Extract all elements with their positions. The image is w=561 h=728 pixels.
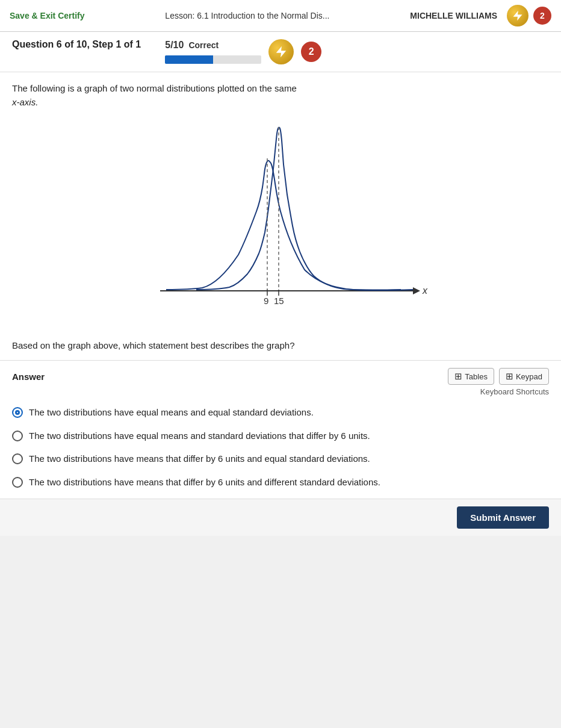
tables-icon: ⊞ bbox=[454, 371, 462, 382]
svg-marker-1 bbox=[413, 287, 420, 294]
radio-1[interactable] bbox=[12, 407, 23, 418]
lesson-title: Lesson: 6.1 Introduction to the Normal D… bbox=[95, 11, 401, 20]
answer-header: Answer ⊞ Tables ⊞ Keypad bbox=[12, 368, 549, 385]
progress-bar bbox=[165, 55, 261, 64]
top-bar-icons: 2 bbox=[507, 5, 551, 26]
tables-label: Tables bbox=[465, 372, 488, 381]
question-header: Question 6 of 10, Step 1 of 1 5/10 Corre… bbox=[0, 32, 561, 72]
answer-label: Answer bbox=[12, 372, 45, 382]
svg-text:9: 9 bbox=[264, 296, 268, 306]
score-text: 5/10 bbox=[165, 40, 184, 51]
option-2[interactable]: The two distributions have equal means a… bbox=[12, 429, 549, 443]
keypad-button[interactable]: ⊞ Keypad bbox=[499, 368, 549, 385]
top-red-badge: 2 bbox=[301, 42, 321, 62]
option-4-text: The two distributions have means that di… bbox=[29, 476, 380, 490]
keyboard-shortcuts-link[interactable]: Keyboard Shortcuts bbox=[12, 387, 549, 396]
tables-button[interactable]: ⊞ Tables bbox=[448, 368, 494, 385]
option-1[interactable]: The two distributions have equal means a… bbox=[12, 406, 549, 420]
answer-section: Answer ⊞ Tables ⊞ Keypad Keyboard Shortc… bbox=[0, 361, 561, 499]
question-prompt: Based on the graph above, which statemen… bbox=[12, 340, 549, 350]
user-name: MICHELLE WILLIAMS bbox=[410, 11, 497, 20]
svg-text:x: x bbox=[422, 285, 428, 296]
option-3[interactable]: The two distributions have means that di… bbox=[12, 452, 549, 466]
score-row: 5/10 Correct 2 bbox=[165, 39, 321, 64]
radio-2[interactable] bbox=[12, 431, 23, 441]
submit-button[interactable]: Submit Answer bbox=[457, 506, 549, 529]
question-title: Question 6 of 10, Step 1 of 1 bbox=[12, 39, 141, 50]
submit-section: Submit Answer bbox=[0, 499, 561, 536]
gold-badge-icon bbox=[507, 5, 528, 26]
question-body: The following is a graph of two normal d… bbox=[0, 72, 561, 361]
options-list: The two distributions have equal means a… bbox=[12, 401, 549, 499]
keypad-icon: ⊞ bbox=[506, 371, 513, 382]
save-exit-button[interactable]: Save & Exit Certify bbox=[10, 11, 85, 20]
heart-count-badge: 2 bbox=[533, 7, 551, 25]
radio-4[interactable] bbox=[12, 477, 23, 488]
option-3-text: The two distributions have means that di… bbox=[29, 452, 370, 466]
normal-distribution-graph: x 9 15 bbox=[124, 122, 437, 327]
score-section: 5/10 Correct bbox=[165, 40, 261, 64]
top-gold-icon bbox=[268, 39, 294, 64]
option-2-text: The two distributions have equal means a… bbox=[29, 429, 370, 443]
main-content: Question 6 of 10, Step 1 of 1 5/10 Corre… bbox=[0, 32, 561, 536]
option-1-text: The two distributions have equal means a… bbox=[29, 406, 314, 420]
svg-text:15: 15 bbox=[274, 296, 284, 306]
top-bar: Save & Exit Certify Lesson: 6.1 Introduc… bbox=[0, 0, 561, 32]
graph-area: x 9 15 bbox=[12, 116, 549, 333]
progress-fill bbox=[165, 55, 213, 64]
keypad-label: Keypad bbox=[516, 372, 542, 381]
progress-bar-container bbox=[165, 55, 261, 64]
question-text: The following is a graph of two normal d… bbox=[12, 82, 549, 109]
answer-tools: ⊞ Tables ⊞ Keypad bbox=[448, 368, 549, 385]
option-4[interactable]: The two distributions have means that di… bbox=[12, 476, 549, 490]
radio-3[interactable] bbox=[12, 453, 23, 464]
correct-label: Correct bbox=[188, 40, 219, 50]
